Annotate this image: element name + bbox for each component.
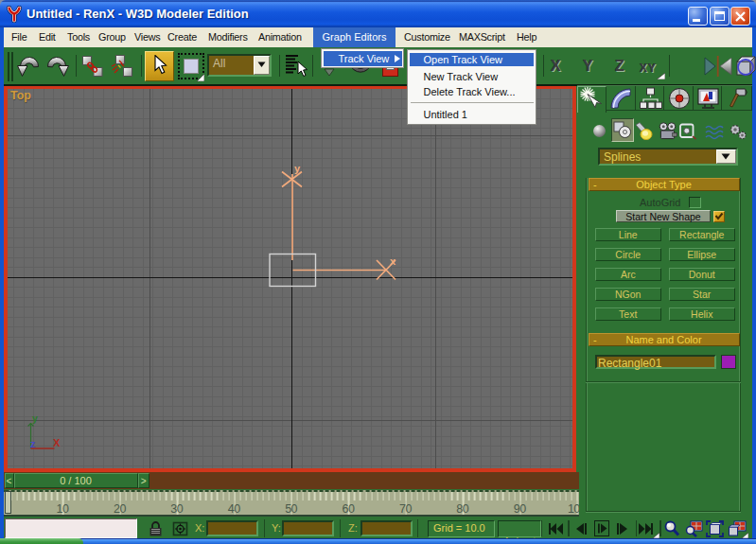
svg-text:z: z [30,437,36,448]
svg-text:x: x [390,255,396,267]
svg-text:X: X [53,436,61,447]
svg-text:y: y [294,163,301,174]
svg-text:y: y [32,412,38,424]
